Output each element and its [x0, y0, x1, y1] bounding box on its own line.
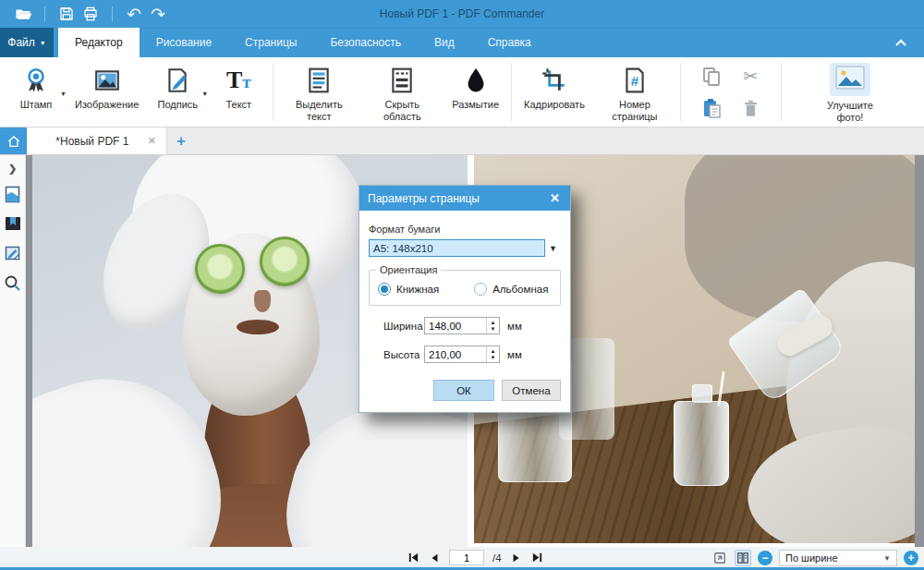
hide-area-button[interactable]: Скрыть область: [360, 57, 444, 127]
delete-icon[interactable]: [735, 93, 766, 123]
orientation-label: Ориентация: [376, 264, 441, 275]
enhance-photo-icon: [830, 63, 870, 96]
ribbon-separator: [781, 63, 782, 121]
menubar: Файл ▼ Редактор Рисование Страницы Безоп…: [0, 28, 924, 57]
home-button[interactable]: [0, 127, 27, 154]
text-icon: Tт: [226, 66, 251, 95]
left-sidebar: ❯: [0, 155, 26, 547]
page-number-input[interactable]: [449, 550, 484, 565]
zoom-controls: − По ширине ▼ +: [711, 550, 918, 566]
highlight-text-button[interactable]: Выделить текст: [277, 57, 360, 127]
paste-icon[interactable]: [696, 93, 727, 123]
insert-image-button[interactable]: Изображение: [67, 57, 147, 127]
blur-button[interactable]: Размытие: [444, 57, 507, 127]
highlight-text-icon: [305, 66, 333, 95]
file-menu-label: Файл: [7, 36, 35, 49]
grid-view-icon[interactable]: [735, 550, 751, 566]
height-label: Высота: [383, 349, 424, 360]
small-bottle-shape: [674, 401, 729, 486]
open-file-icon[interactable]: [11, 4, 35, 24]
paper-format-dropdown-icon[interactable]: ▼: [545, 244, 561, 253]
crop-icon: [541, 66, 568, 95]
height-unit: мм: [507, 349, 522, 360]
nose-shape: [254, 290, 271, 312]
page-settings-dialog: Параметры страницы ✕ Формат бумаги A5: 1…: [359, 185, 571, 413]
radio-selected-icon[interactable]: [378, 283, 391, 296]
zoom-dropdown-icon: ▼: [883, 554, 891, 563]
cucumber-slice-right: [260, 236, 310, 286]
crop-button[interactable]: Кадрировать: [516, 57, 593, 127]
zoom-in-button[interactable]: +: [904, 551, 918, 565]
stamp-caret-icon: ▼: [60, 91, 67, 97]
paper-format-select[interactable]: A5: 148x210 ▼: [369, 239, 561, 257]
ribbon-separator: [511, 63, 512, 121]
statusbar: /4 − По ширине ▼ +: [0, 547, 924, 570]
window-title: Новый PDF 1 - PDF Commander: [380, 0, 544, 28]
previous-page-button[interactable]: [428, 552, 441, 564]
paper-format-value[interactable]: A5: 148x210: [369, 239, 545, 257]
next-page-button[interactable]: [510, 552, 523, 564]
file-menu-button[interactable]: Файл ▼: [0, 28, 54, 57]
dialog-titlebar: Параметры страницы ✕: [359, 186, 570, 211]
first-page-button[interactable]: [407, 552, 419, 564]
dialog-title: Параметры страницы: [368, 192, 548, 205]
new-tab-button[interactable]: +: [167, 127, 195, 154]
document-tab[interactable]: *Новый PDF 1 ✕: [27, 127, 167, 154]
stamp-button[interactable]: ▼ Штамп: [6, 57, 67, 127]
bottle-neck-shape: [692, 384, 712, 403]
tab-view[interactable]: Вид: [418, 28, 471, 57]
comments-icon[interactable]: [3, 243, 23, 263]
collapse-ribbon-button[interactable]: [887, 28, 915, 57]
page-total-label: /4: [492, 552, 502, 564]
search-icon[interactable]: [3, 273, 23, 293]
single-page-view-icon[interactable]: [711, 550, 728, 566]
tab-help[interactable]: Справка: [471, 28, 548, 57]
text-button[interactable]: Tт Текст: [208, 57, 269, 127]
copy-icon[interactable]: [696, 62, 727, 91]
last-page-button[interactable]: [531, 552, 544, 564]
tab-security[interactable]: Безопасность: [313, 28, 418, 57]
orientation-portrait-radio[interactable]: Книжная: [378, 283, 439, 296]
document-tabbar: *Новый PDF 1 ✕ +: [0, 127, 924, 155]
zoom-out-button[interactable]: −: [758, 551, 772, 565]
sidebar-expand-icon[interactable]: ❯: [8, 163, 17, 175]
ribbon-separator: [680, 63, 681, 121]
save-icon[interactable]: [55, 4, 79, 24]
enhance-photo-button[interactable]: Улучшите фото!: [785, 57, 915, 127]
height-input[interactable]: [425, 346, 486, 362]
width-input[interactable]: [425, 318, 486, 334]
signature-button[interactable]: ▼ Подпись: [147, 57, 208, 127]
dialog-close-icon[interactable]: ✕: [548, 191, 562, 205]
tab-pages[interactable]: Страницы: [228, 28, 313, 57]
bookmarks-icon[interactable]: [3, 213, 23, 234]
orientation-landscape-radio[interactable]: Альбомная: [474, 283, 548, 296]
titlebar-separator: [44, 6, 45, 21]
tab-close-icon[interactable]: ✕: [145, 133, 159, 149]
width-label: Ширина: [383, 321, 424, 332]
undo-icon[interactable]: ↶: [122, 4, 146, 24]
ribbon-separator: [273, 63, 274, 121]
cancel-button[interactable]: Отмена: [502, 380, 561, 401]
blur-drop-icon: [463, 66, 489, 95]
radio-unselected-icon[interactable]: [474, 283, 487, 296]
tab-editor[interactable]: Редактор: [58, 28, 140, 57]
signature-icon: [164, 66, 191, 95]
hide-area-icon: [388, 66, 416, 95]
ok-button[interactable]: ОК: [433, 380, 494, 401]
height-row: Высота ▲▼ мм: [369, 346, 561, 363]
page-number-button[interactable]: # Номер страницы: [593, 57, 676, 127]
width-row: Ширина ▲▼ мм: [369, 317, 561, 334]
width-stepper[interactable]: ▲▼: [486, 318, 499, 334]
tab-drawing[interactable]: Рисование: [140, 28, 228, 57]
zoom-mode-select[interactable]: По ширине ▼: [779, 550, 897, 566]
print-icon[interactable]: [79, 4, 103, 24]
page-thumbnails-icon[interactable]: [3, 184, 23, 204]
clipboard-group: ✂: [685, 57, 777, 127]
redo-icon[interactable]: ↷: [146, 4, 170, 24]
page-navigation: /4: [407, 550, 544, 565]
image-icon: [93, 66, 121, 95]
titlebar-separator: [112, 6, 113, 21]
file-caret-icon: ▼: [40, 40, 46, 46]
height-stepper[interactable]: ▲▼: [486, 346, 499, 362]
cut-icon[interactable]: ✂: [735, 62, 766, 91]
